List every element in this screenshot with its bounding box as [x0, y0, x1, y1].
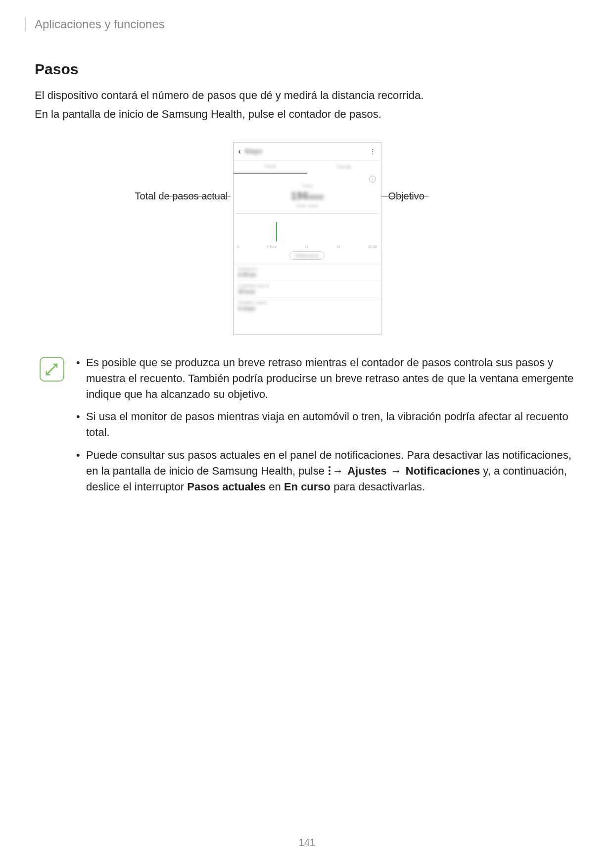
row-label: Healthy pace	[238, 300, 376, 305]
more-icon[interactable]: ⋮	[369, 147, 376, 155]
bold-ajustes: Ajustes	[347, 465, 386, 477]
screen-title: Steps	[245, 147, 262, 155]
row-value: 29 kcal	[238, 289, 376, 294]
row-label: Distance	[238, 266, 376, 272]
leader-line-right-2	[404, 196, 428, 197]
list-item: Calories burnt 29 kcal	[234, 281, 381, 297]
row-value: 0.49 km	[238, 272, 376, 278]
note-item: Puede consultar sus pasos actuales en el…	[74, 447, 579, 495]
axis-tick: 24:00	[368, 245, 377, 248]
page-number: 141	[0, 837, 614, 848]
bold-notificaciones: Notificaciones	[406, 465, 480, 477]
chart-bar	[276, 222, 277, 241]
row-label: Calories burnt	[238, 283, 376, 289]
note-item: Si usa el monitor de pasos mientras viaj…	[74, 409, 579, 440]
more-options-icon	[328, 466, 331, 475]
tab-track[interactable]: Track	[234, 161, 307, 174]
daily-steps-label: Daily steps	[296, 203, 318, 208]
phone-screenshot: ‹ Steps ⋮ Track Trends i Today 196/	[233, 142, 381, 335]
figure: Total de pasos actual Objetivo ‹ Steps ⋮…	[149, 142, 466, 340]
axis-tick: 0	[237, 245, 239, 248]
device-chip[interactable]: Mobile phone	[289, 251, 324, 260]
steps-chart: 0 6 Now 12 18 24:00	[236, 213, 378, 248]
info-icon[interactable]: i	[369, 176, 376, 183]
axis-tick: 6 Now	[267, 245, 277, 248]
axis-tick: 18	[336, 245, 340, 248]
bold-pasos: Pasos actuales	[187, 481, 266, 493]
tab-trends[interactable]: Trends	[307, 161, 381, 174]
arrow-icon: →	[331, 463, 344, 479]
section-title: Pasos	[35, 61, 579, 78]
back-icon[interactable]: ‹	[238, 147, 241, 156]
list-item: Healthy pace 0 steps	[234, 297, 381, 314]
arrow-icon: →	[390, 463, 403, 479]
today-label: Today	[301, 184, 313, 189]
note-item: Es posible que se produzca un breve retr…	[74, 355, 579, 402]
note-text: para desactivarlas.	[331, 481, 425, 493]
list-item: Distance 0.49 km	[234, 264, 381, 281]
axis-tick: 12	[305, 245, 309, 248]
bold-encurso: En curso	[284, 481, 331, 493]
intro-paragraph-1: El dispositivo contará el número de paso…	[35, 88, 579, 103]
leader-line-left	[166, 196, 231, 197]
notes-list: Es posible que se produzca un breve retr…	[74, 355, 579, 502]
intro-paragraph-2: En la pantalla de inicio de Samsung Heal…	[35, 106, 579, 122]
note-text: en	[266, 481, 284, 493]
note-icon	[40, 357, 64, 382]
breadcrumb: Aplicaciones y funciones	[25, 17, 579, 31]
row-value: 0 steps	[238, 306, 376, 311]
leader-line-right	[381, 196, 404, 197]
step-count: 196/6000	[290, 190, 324, 202]
